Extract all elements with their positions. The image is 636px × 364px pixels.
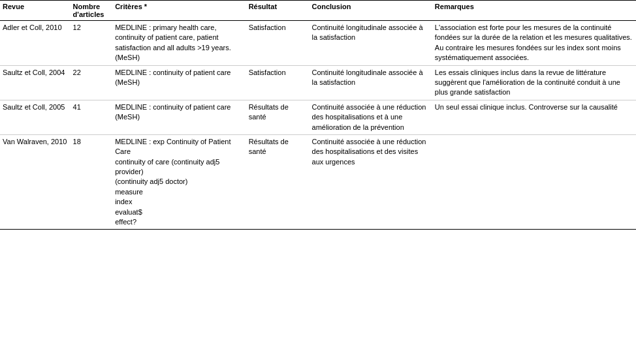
cell-resultat: Résultats de santé — [246, 100, 310, 134]
header-nombre: Nombre d'articles — [71, 1, 113, 21]
cell-nombre: 12 — [71, 21, 113, 66]
cell-revue: Van Walraven, 2010 — [0, 134, 71, 230]
cell-resultat: Satisfaction — [246, 65, 310, 100]
cell-nombre: 18 — [71, 134, 113, 230]
cell-nombre: 41 — [71, 100, 113, 134]
cell-resultat: Satisfaction — [246, 21, 310, 66]
cell-revue: Adler et Coll, 2010 — [0, 21, 71, 66]
header-remarques: Remarques — [432, 1, 636, 21]
header-criteres: Critères * — [112, 1, 246, 21]
header-conclusion: Conclusion — [310, 1, 432, 21]
cell-criteres: MEDLINE : continuity of patient care (Me… — [112, 65, 246, 100]
cell-criteres: MEDLINE : continuity of patient care (Me… — [112, 100, 246, 134]
cell-remarques — [432, 134, 636, 230]
cell-conclusion: Continuité longitudinale associée à la s… — [310, 21, 432, 66]
cell-remarques: Les essais cliniques inclus dans la revu… — [432, 65, 636, 100]
header-resultat: Résultat — [246, 1, 310, 21]
table-row: Van Walraven, 201018MEDLINE : exp Contin… — [0, 134, 636, 230]
cell-conclusion: Continuité associée à une réduction des … — [310, 134, 432, 230]
cell-conclusion: Continuité associée à une réduction des … — [310, 100, 432, 134]
main-table-container: Revue Nombre d'articles Critères * Résul… — [0, 0, 636, 230]
cell-revue: Saultz et Coll, 2004 — [0, 65, 71, 100]
cell-resultat: Résultats de santé — [246, 134, 310, 230]
table-header-row: Revue Nombre d'articles Critères * Résul… — [0, 1, 636, 21]
cell-revue: Saultz et Coll, 2005 — [0, 100, 71, 134]
cell-criteres: MEDLINE : primary health care, continuit… — [112, 21, 246, 66]
data-table: Revue Nombre d'articles Critères * Résul… — [0, 0, 636, 230]
table-row: Saultz et Coll, 200541MEDLINE : continui… — [0, 100, 636, 134]
cell-remarques: L'association est forte pour les mesures… — [432, 21, 636, 66]
table-row: Saultz et Coll, 200422MEDLINE : continui… — [0, 65, 636, 100]
cell-conclusion: Continuité longitudinale associée à la s… — [310, 65, 432, 100]
header-revue: Revue — [0, 1, 71, 21]
cell-criteres: MEDLINE : exp Continuity of Patient Care… — [112, 134, 246, 230]
cell-nombre: 22 — [71, 65, 113, 100]
cell-remarques: Un seul essai clinique inclus. Controver… — [432, 100, 636, 134]
table-row: Adler et Coll, 201012MEDLINE : primary h… — [0, 21, 636, 66]
